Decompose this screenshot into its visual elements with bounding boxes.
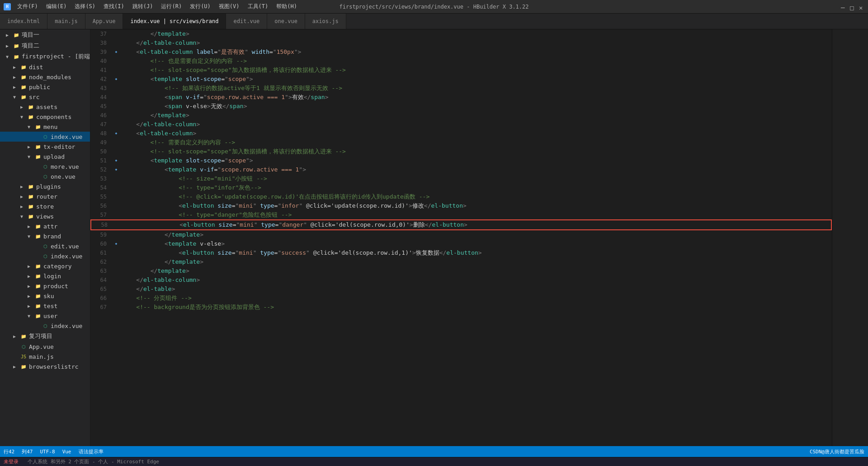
sidebar-item-firstproject[interactable]: ▼ 📁 firstproject - [前端网页] [0,51,90,62]
tab-index-html[interactable]: index.html [0,14,47,29]
line-content[interactable]: <template v-if="scope.row.active === 1"> [120,165,832,174]
line-content[interactable]: <!-- slot-scope="scope"加入数据插槽，将该行的数据植入进来… [120,147,832,156]
sidebar-item-login[interactable]: ▶ 📁 login [0,271,90,281]
sidebar-item-brand-edit-vue[interactable]: ⬡ edit.vue [0,241,90,251]
login-status[interactable]: 未登录 [4,458,19,465]
line-content[interactable]: </template> [120,29,832,38]
sidebar-item-store[interactable]: ▶ 📁 store [0,201,90,211]
line-content[interactable]: </el-table-column> [120,38,832,48]
line-content[interactable]: <template v-else> [120,239,832,248]
sidebar-item-category[interactable]: ▶ 📁 category [0,261,90,271]
sidebar-item-plugins[interactable]: ▶ 📁 plugins [0,181,90,191]
sidebar-item-test[interactable]: ▶ 📁 test [0,301,90,311]
sidebar-item-upload[interactable]: ▼ 📁 upload [0,152,90,162]
window-controls[interactable]: ─ □ ✕ [841,4,864,10]
sidebar-item-user-index-vue[interactable]: ⬡ index.vue [0,321,90,331]
line-content[interactable]: <el-table-column> [120,129,832,138]
browser-taskbar-item[interactable]: 个人系统 和另外 2 个页面 - 个人 - Microsoft Edge [28,458,159,465]
line-content[interactable]: <!-- @click='update(scope.row.id)'在点击按钮后… [120,192,832,201]
sidebar-label: App.vue [29,343,54,350]
menu-run[interactable]: 运行(R) [157,2,185,11]
maximize-button[interactable]: □ [850,4,855,10]
sidebar-item-browserslistrc[interactable]: ▶ 📁 browserslistrc [0,361,90,371]
line-content[interactable]: <!-- slot-scope="scope"加入数据插槽，将该行的数据植入进来… [120,66,832,75]
menu-file[interactable]: 文件(F) [14,2,42,11]
sidebar-item-product[interactable]: ▶ 📁 product [0,281,90,291]
sidebar-item-public[interactable]: ▶ 📁 public [0,82,90,92]
menu-edit[interactable]: 编辑(E) [42,2,71,11]
sidebar-item-brand[interactable]: ▼ 📁 brand [0,231,90,241]
line-content[interactable]: <span v-else>无效</span> [120,102,832,111]
sidebar-item-menu[interactable]: ▼ 📁 menu [0,122,90,132]
tab-one-vue[interactable]: one.vue [267,14,305,29]
sidebar-item-router[interactable]: ▶ 📁 router [0,191,90,201]
line-content[interactable]: </template> [120,266,832,276]
sidebar-item-attr[interactable]: ▶ 📁 attr [0,221,90,231]
line-content[interactable]: <el-button size="mini" type="success" @c… [120,248,832,257]
code-container[interactable]: 37 </template>38 </el-table-column>39◆ <… [90,29,832,446]
line-content[interactable]: </el-table-column> [120,120,832,129]
sidebar-item-user[interactable]: ▼ 📁 user [0,311,90,321]
line-content[interactable]: <el-button size="mini" type="danger" @cl… [121,220,831,229]
sidebar-item-app-vue[interactable]: ⬡ App.vue [0,342,90,352]
sidebar-item-one-vue[interactable]: ⬡ one.vue [0,171,90,181]
sidebar-item-project2[interactable]: ▶ 📁 项目二 [0,40,90,51]
code-line-45: 45 <span v-else>无效</span> [90,102,832,111]
tab-app-vue[interactable]: App.vue [85,14,123,29]
sidebar-item-brand-index-vue[interactable]: ⬡ index.vue [0,251,90,261]
line-content[interactable]: </el-table> [120,285,832,294]
sidebar-item-src[interactable]: ▼ 📁 src [0,92,90,102]
line-number: 55 [90,192,112,201]
menu-publish[interactable]: 发行(U) [186,2,214,11]
sidebar-label: router [36,193,57,200]
sidebar-label: product [43,283,68,290]
sidebar-item-dist[interactable]: ▶ 📁 dist [0,62,90,72]
status-bar-left: 行42 列47 UTF-8 Vue 语法提示率 [4,448,104,455]
menu-jump[interactable]: 跳转(J) [129,2,157,11]
tab-index-vue-brand[interactable]: index.vue | src/views/brand [123,14,226,29]
sidebar-item-project1[interactable]: ▶ 📁 项目一 [0,29,90,40]
line-content[interactable]: </template> [120,111,832,120]
folder-icon: 📁 [27,113,34,120]
sidebar-item-sku[interactable]: ▶ 📁 sku [0,291,90,301]
line-content[interactable]: </el-table-column> [120,276,832,285]
menu-tools[interactable]: 工具(T) [244,2,272,11]
line-content[interactable]: <!-- 需要自定义列的内容 --> [120,138,832,147]
tab-main-js[interactable]: main.js [47,14,85,29]
sidebar-item-more-vue[interactable]: ⬡ more.vue [0,162,90,171]
line-content[interactable]: <el-table-column label="是否有效" width="150… [120,48,832,57]
line-content[interactable]: <!-- background是否为分页按钮添加背景色 --> [120,303,832,312]
menu-help[interactable]: 帮助(H) [273,2,301,11]
minimize-button[interactable]: ─ [841,4,846,10]
sidebar-item-tx-editor[interactable]: ▶ 📁 tx-editor [0,142,90,152]
sidebar-item-assets[interactable]: ▶ 📁 assets [0,102,90,112]
menu-find[interactable]: 查找(I) [100,2,128,11]
sidebar-item-views[interactable]: ▼ 📁 views [0,211,90,221]
line-content[interactable]: <!-- type="infor"灰色--> [120,183,832,192]
line-content[interactable]: <!-- size="mini"小按钮 --> [120,174,832,183]
tab-axios-js[interactable]: axios.js [305,14,346,29]
line-content[interactable]: <span v-if="scope.row.active === 1">有效</… [120,93,832,102]
line-content[interactable]: <template slot-scope="scope"> [120,75,832,84]
menu-bar[interactable]: 文件(F) 编辑(E) 选择(S) 查找(I) 跳转(J) 运行(R) 发行(U… [14,2,301,11]
main-area: ▶ 📁 项目一 ▶ 📁 项目二 ▼ 📁 firstproject - [前端网页… [0,29,868,446]
line-content[interactable]: <!-- 分页组件 --> [120,294,832,303]
code-line-56: 56 <el-button size="mini" type="infor" @… [90,201,832,210]
line-content[interactable]: <!-- 也是需要自定义列的内容 --> [120,57,832,66]
tab-edit-vue[interactable]: edit.vue [226,14,267,29]
line-content[interactable]: <!-- 如果该行的数据active等于1 就显示有效否则显示无效 --> [120,84,832,93]
sidebar-item-main-js[interactable]: JS main.js [0,352,90,361]
line-content[interactable]: </template> [120,230,832,239]
sidebar-item-node-modules[interactable]: ▶ 📁 node_modules [0,72,90,82]
menu-view[interactable]: 视图(V) [215,2,243,11]
line-content[interactable]: <!-- type="danger"危险红色按钮 --> [120,210,832,219]
menu-select[interactable]: 选择(S) [71,2,99,11]
sidebar-label: plugins [36,183,61,190]
sidebar-item-components[interactable]: ▼ 📁 components [0,112,90,122]
line-content[interactable]: <el-button size="mini" type="infor" @cli… [120,201,832,210]
sidebar-item-menu-index-vue[interactable]: ⬡ index.vue [0,132,90,142]
line-content[interactable]: </template> [120,257,832,266]
line-content[interactable]: <template slot-scope="scope"> [120,156,832,165]
sidebar-item-review[interactable]: ▶ 📁 复习项目 [0,331,90,342]
close-button[interactable]: ✕ [859,4,864,10]
